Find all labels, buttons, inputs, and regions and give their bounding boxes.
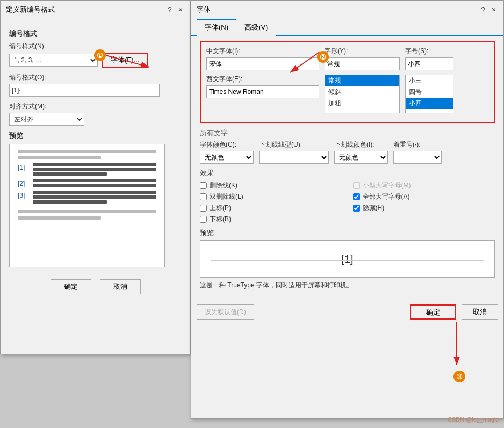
preview-lines-block-3 [33,191,156,204]
all-caps-checkbox[interactable] [353,193,360,200]
ziti-btn[interactable]: 字体(F)... [102,53,148,68]
size-option-small4[interactable]: 小四 [406,98,453,109]
style-input[interactable] [325,57,400,70]
subscript-label: 下标(B) [210,215,231,224]
right-cancel-btn[interactable]: 取消 [462,304,498,320]
left-dialog-close-btn[interactable]: × [176,5,185,14]
subscript-checkbox[interactable] [200,216,207,223]
size-listbox[interactable]: 小三 四号 小四 [405,75,453,113]
right-dialog-title: 字体 [197,5,211,14]
strikethrough-item[interactable]: 删除线(K) [200,181,342,190]
hidden-item[interactable]: 隐藏(H) [353,204,495,213]
preview-content-line7 [33,195,156,199]
western-font-label: 西文字体(E): [206,75,319,84]
underline-type-field: 下划线线型(U): [259,140,329,164]
right-dialog-title-buttons: ? × [479,5,498,14]
emphasis-label: 着重号(·): [393,140,442,149]
bianhaoGeshi-group: 编号格式(O): [9,73,182,97]
chinese-font-group: 中文字体(I): [206,47,319,70]
style-option-italic[interactable]: 倾斜 [325,86,399,98]
font-color-select[interactable]: 无颜色 [200,151,254,164]
annotation-2: ② [317,51,329,63]
font-labels-row: 中文字体(I): 字形(Y): 字号(S): [206,47,488,70]
preview-line-bottom2 [18,216,101,220]
tab-advanced[interactable]: 高级(V) [236,19,276,36]
left-dialog-help-btn[interactable]: ? [165,5,174,14]
preview-line-top2 [18,156,101,159]
all-caps-label: 全部大写字母(A) [363,192,410,201]
left-dialog-title: 定义新编号格式 [6,5,55,14]
preview-lines-block-2 [33,179,156,187]
bianhaoyang-label: 编号样式(N): [9,42,182,51]
bianhaoyang-select[interactable]: 1, 2, 3, … [9,54,98,67]
font-color-field: 字体颜色(C): 无颜色 [200,140,254,164]
superscript-item[interactable]: 上标(P) [200,204,342,213]
bianhaogeshi-section-title: 编号格式 [9,29,182,39]
all-caps-item[interactable]: 全部大写字母(A) [353,192,495,201]
bianhaoGeshi-label: 编号格式(O): [9,73,182,82]
annotation-3: ③ [453,371,465,382]
underline-color-field: 下划线颜色(I): 无颜色 [334,140,388,164]
preview-number-2: [2] [18,180,31,187]
duiqifangshi-label: 对齐方式(M): [9,102,182,111]
preview-group-3: [3] [18,191,156,204]
style-option-bold[interactable]: 加粗 [325,98,399,109]
left-preview-box: [1] [2] [3] [9,144,165,267]
style-option-normal[interactable]: 常规 [325,75,399,86]
right-ok-btn[interactable]: 确定 [410,304,456,320]
right-dialog-content: 中文字体(I): 字形(Y): 字号(S): 西文字体(E): [191,36,503,300]
double-strikethrough-item[interactable]: 双删除线(L) [200,192,342,201]
underline-color-label: 下划线颜色(I): [334,140,388,149]
style-listbox[interactable]: 常规 倾斜 加粗 [325,75,400,113]
bianhaoGeshi-input[interactable] [9,84,160,97]
preview-content-line3 [33,172,107,176]
small-caps-item[interactable]: 小型大写字母(M) [353,181,495,190]
size-listbox-group: 小三 四号 小四 [405,75,453,113]
size-input[interactable] [405,57,453,70]
preview-number-3: [3] [18,192,31,199]
preview-group-1: [1] [18,163,156,176]
double-strikethrough-label: 双删除线(L) [210,192,243,201]
subscript-item[interactable]: 下标(B) [200,215,342,224]
right-dialog-help-btn[interactable]: ? [479,5,487,14]
preview-group-2: [2] [18,179,156,187]
underline-type-select[interactable] [259,151,329,164]
preview-content-line8 [33,200,107,204]
chinese-font-input[interactable] [206,57,319,70]
underline-row: 字体颜色(C): 无颜色 下划线线型(U): 下划线颜色(I): 无颜色 着重号… [200,140,495,164]
tab-font[interactable]: 字体(N) [197,19,236,36]
font-section-bordered: 中文字体(I): 字形(Y): 字号(S): 西文字体(E): [200,41,495,123]
all-chars-label: 所有文字 [200,128,495,138]
western-font-row: 西文字体(E): 常规 倾斜 加粗 小三 四号 小四 [206,75,488,113]
hidden-checkbox[interactable] [353,205,360,212]
preview-lines-block-1 [33,163,156,176]
right-dialog-close-btn[interactable]: × [489,5,498,14]
emphasis-select[interactable] [393,151,442,164]
underline-color-select[interactable]: 无颜色 [334,151,388,164]
western-font-input[interactable] [206,85,319,98]
emphasis-field: 着重号(·): [393,140,442,164]
preview-number-1: [1] [18,164,31,171]
duiqifangshi-select[interactable]: 左对齐 [9,113,84,126]
left-confirm-btn[interactable]: 确定 [51,279,91,294]
size-option-4[interactable]: 四号 [406,86,453,98]
preview-content-line2 [33,168,156,171]
right-ok-cancel: 确定 取消 [410,304,498,320]
set-default-btn[interactable]: 设为默认值(D) [197,304,254,320]
strikethrough-checkbox[interactable] [200,182,207,189]
size-option-small3[interactable]: 小三 [406,75,453,86]
strikethrough-label: 删除线(K) [210,181,237,190]
superscript-checkbox[interactable] [200,205,207,212]
small-caps-checkbox[interactable] [353,182,360,189]
left-bottom-buttons: 确定 取消 [9,274,182,300]
double-strikethrough-checkbox[interactable] [200,193,207,200]
style-label: 字形(Y): [325,47,400,56]
western-font-group: 西文字体(E): [206,75,319,113]
preview-section-title: 预览 [9,131,182,141]
left-cancel-btn[interactable]: 取消 [100,279,141,294]
effects-label: 效果 [200,168,495,178]
right-preview-section: 预览 [1] 这是一种 TrueType 字体，同时适用于屏幕和打印机。 [200,228,495,290]
preview-content-line6 [33,191,156,194]
left-dialog-content: 编号格式 编号样式(N): 1, 2, 3, … 字体(F)... 编号格式(O… [1,18,190,306]
hidden-label: 隐藏(H) [363,204,385,213]
